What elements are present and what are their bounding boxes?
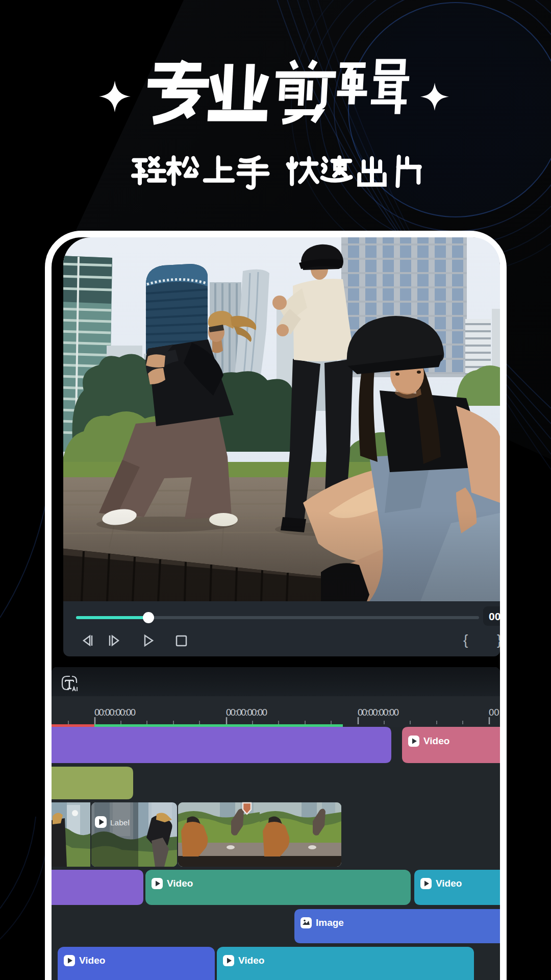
svg-text:Video: Video — [436, 878, 462, 889]
svg-text:}: } — [497, 632, 500, 648]
svg-text:00:00:00:00: 00:00:00:00 — [358, 707, 399, 718]
svg-text:Video: Video — [238, 955, 264, 966]
svg-text:Image: Image — [316, 917, 344, 928]
svg-text:Video: Video — [167, 878, 193, 889]
svg-text:00:00:00:00: 00:00:00:00 — [226, 707, 267, 718]
svg-text:Video: Video — [423, 736, 449, 746]
svg-text:Video: Video — [79, 955, 105, 966]
svg-text:Label: Label — [110, 818, 130, 827]
svg-text:00:00:00:00: 00:00:00:00 — [94, 707, 136, 718]
svg-text:00: 00 — [489, 610, 500, 622]
svg-text:00:: 00: — [489, 707, 500, 718]
svg-text:{: { — [463, 632, 468, 648]
